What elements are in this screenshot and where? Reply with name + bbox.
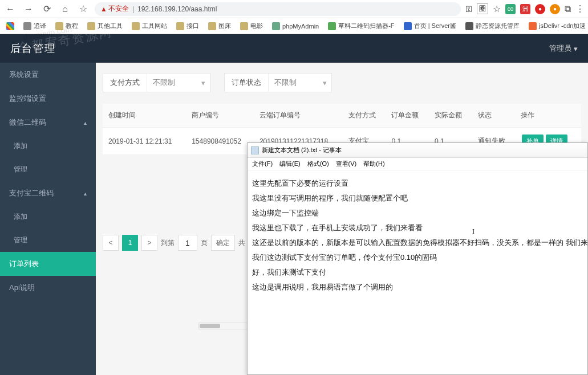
insecure-icon: ▲ 不安全 — [100, 4, 129, 14]
filter-status-select[interactable]: 不限制 — [269, 74, 331, 92]
chevron-down-icon: ▾ — [574, 44, 578, 53]
address-bar[interactable]: ▲ 不安全 | 192.168.199.120/aaa.html — [95, 2, 461, 16]
sidebar: dayouvip.com 系统设置 监控端设置 微信二维码▴ 添加 管理 支付宝… — [0, 63, 96, 375]
notepad-titlebar[interactable]: 新建文本文档 (2).txt - 记事本 — [248, 143, 587, 158]
bookmark-item[interactable]: jsDelivr -cdn加速 — [526, 21, 588, 31]
toolbar-right: ⚿ 圈 ☆ co 洲 ● ● ⧉ ⋮ — [465, 3, 585, 14]
sidebar-item-add[interactable]: 添加 — [0, 134, 96, 158]
th-order: 云端订单编号 — [254, 104, 343, 128]
text-cursor-icon: I — [472, 224, 475, 239]
apps-icon[interactable] — [3, 21, 17, 31]
filter-status: 订单状态 不限制 — [224, 73, 332, 92]
sidebar-group-wechat[interactable]: 微信二维码▴ — [0, 111, 96, 134]
sidebar-item-monitor[interactable]: 监控端设置 — [0, 87, 96, 111]
bookmark-item[interactable]: 首页 | Server酱 — [401, 21, 459, 31]
pager-unit: 页 — [201, 238, 208, 248]
home-icon[interactable]: ⌂ — [58, 2, 72, 16]
url-text: 192.168.199.120/aaa.html — [137, 5, 217, 13]
scroll-thumb[interactable] — [200, 324, 220, 328]
ext3-icon[interactable]: ● — [535, 4, 545, 14]
chevron-up-icon: ▴ — [84, 120, 87, 126]
menu-edit[interactable]: 编辑(E) — [279, 160, 301, 168]
cell-time: 2019-01-31 12:21:31 — [103, 128, 186, 155]
filter-status-label: 订单状态 — [225, 74, 269, 92]
th-method: 支付方式 — [343, 104, 386, 128]
ext5-icon[interactable]: ⧉ — [565, 4, 571, 14]
bookmark-item[interactable]: 追译 — [21, 21, 49, 31]
th-time: 创建时间 — [103, 104, 186, 128]
bookmark-item[interactable]: 图床 — [205, 21, 234, 31]
bookmark-item[interactable]: 电影 — [237, 21, 266, 31]
bookmark-item[interactable]: 工具网站 — [129, 21, 170, 31]
chevron-up-icon: ▴ — [84, 190, 87, 197]
reload-icon[interactable]: ⟳ — [40, 2, 54, 16]
pager-confirm[interactable]: 确定 — [211, 235, 235, 251]
pager-input[interactable] — [178, 235, 197, 251]
app-header: 全都宥奇资源网 后台管理 管理员 ▾ — [0, 34, 588, 63]
th-amount: 订单金额 — [386, 104, 429, 128]
bookmark-item[interactable]: phpMyAdmin — [269, 21, 322, 31]
notepad-window: 新建文本文档 (2).txt - 记事本 文件(F) 编辑(E) 格式(O) 查… — [247, 142, 588, 375]
menu-icon[interactable]: ⋮ — [575, 3, 585, 14]
bookmarks-bar: 追译 教程 其他工具 工具网站 接口 图床 电影 phpMyAdmin 草料二维… — [0, 18, 588, 34]
pager-next[interactable]: > — [141, 235, 157, 251]
bookmark-item[interactable]: 草料二维码扫描器-F — [325, 21, 397, 31]
notepad-icon — [251, 146, 259, 154]
notepad-title: 新建文本文档 (2).txt - 记事本 — [262, 146, 342, 154]
key-icon[interactable]: ⚿ — [465, 5, 472, 13]
menu-format[interactable]: 格式(O) — [307, 160, 329, 168]
pager-jump-label: 到第 — [161, 238, 175, 248]
badge-icon[interactable]: 圈 — [477, 3, 488, 14]
menu-file[interactable]: 文件(F) — [252, 160, 273, 168]
th-status: 状态 — [472, 104, 516, 128]
sidebar-item-api[interactable]: Api说明 — [0, 276, 96, 300]
filter-pay-select[interactable]: 不限制 — [147, 74, 210, 92]
filter-pay-label: 支付方式 — [103, 74, 147, 92]
menu-view[interactable]: 查看(V) — [336, 160, 357, 168]
bookmark-item[interactable]: 教程 — [52, 21, 81, 31]
bookmark-item[interactable]: 接口 — [173, 21, 202, 31]
ext1-icon[interactable]: co — [505, 4, 516, 14]
th-merchant: 商户编号 — [186, 104, 254, 128]
admin-user[interactable]: 管理员 ▾ — [549, 43, 578, 54]
notepad-menubar: 文件(F) 编辑(E) 格式(O) 查看(V) 帮助(H) — [248, 158, 587, 170]
browser-toolbar: ← → ⟳ ⌂ ☆ ▲ 不安全 | 192.168.199.120/aaa.ht… — [0, 0, 588, 18]
sidebar-item-orders[interactable]: 订单列表 — [0, 252, 96, 276]
sidebar-item-manage2[interactable]: 管理 — [0, 229, 96, 252]
ext4-icon[interactable]: ● — [550, 4, 560, 14]
sidebar-item-system[interactable]: 系统设置 — [0, 63, 96, 87]
sidebar-item-manage[interactable]: 管理 — [0, 158, 96, 181]
pager-page[interactable]: 1 — [122, 235, 138, 251]
th-actual: 实际金额 — [429, 104, 472, 128]
notepad-body[interactable]: 这里先配置下必要的运行设置 我这里没有写调用的程序，我们就随便配置个吧 这边绑定… — [248, 170, 587, 374]
th-action: 操作 — [515, 104, 581, 128]
filter-pay: 支付方式 不限制 — [103, 73, 210, 92]
cell-merchant: 1548908491052 — [186, 128, 254, 155]
pager-prev[interactable]: < — [103, 235, 119, 251]
forward-icon[interactable]: → — [22, 2, 35, 16]
ext2-icon[interactable]: 洲 — [520, 4, 530, 14]
star-icon[interactable]: ☆ — [76, 2, 90, 16]
bookmark-item[interactable]: 静态资源托管库 — [463, 21, 522, 31]
sidebar-item-add2[interactable]: 添加 — [0, 205, 96, 229]
menu-help[interactable]: 帮助(H) — [363, 160, 384, 168]
star2-icon[interactable]: ☆ — [493, 3, 501, 14]
back-icon[interactable]: ← — [3, 2, 17, 16]
bookmark-item[interactable]: 其他工具 — [84, 21, 125, 31]
sidebar-group-alipay[interactable]: 支付宝二维码▴ — [0, 181, 96, 205]
app-title: 后台管理 — [10, 42, 56, 55]
